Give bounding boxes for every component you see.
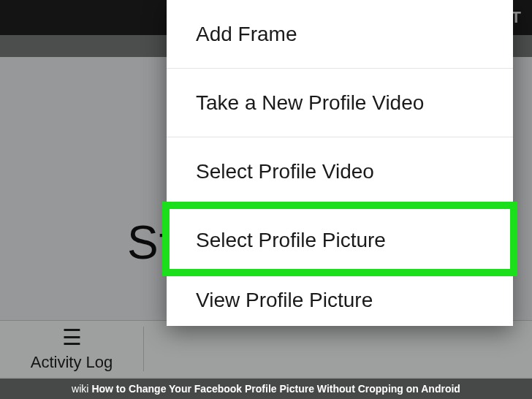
wikihow-brand-how: How to <box>91 379 126 399</box>
menu-item-view-profile-picture[interactable]: View Profile Picture <box>167 275 513 326</box>
article-title: Change Your Facebook Profile Picture Wit… <box>129 379 460 399</box>
screenshot-stage: IT St ☰ Activity Log Add Frame Take a Ne… <box>0 0 532 399</box>
wikihow-brand-wiki: wiki <box>72 379 88 399</box>
wikihow-caption-bar: wikiHow to Change Your Facebook Profile … <box>0 379 532 399</box>
menu-item-label: Select Profile Picture <box>196 229 386 252</box>
menu-item-label: Add Frame <box>196 23 297 46</box>
menu-item-select-profile-video[interactable]: Select Profile Video <box>167 137 513 206</box>
profile-picture-menu: Add Frame Take a New Profile Video Selec… <box>167 0 513 326</box>
menu-item-select-profile-picture[interactable]: Select Profile Picture <box>167 206 513 275</box>
menu-item-label: Select Profile Video <box>196 160 374 183</box>
menu-item-add-frame[interactable]: Add Frame <box>167 0 513 69</box>
menu-item-label: Take a New Profile Video <box>196 91 424 115</box>
menu-item-take-new-profile-video[interactable]: Take a New Profile Video <box>167 69 513 137</box>
menu-item-label: View Profile Picture <box>196 289 373 312</box>
